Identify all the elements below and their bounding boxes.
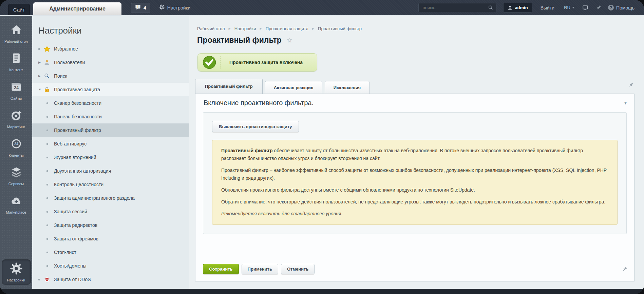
rail-item-settings[interactable]: Настройки	[2, 259, 31, 285]
menu-item-3[interactable]: ▼Проактивная защита	[32, 83, 189, 96]
chevron-down-icon: ▼	[38, 88, 44, 91]
menu-item-label: Защита административного раздела	[54, 195, 135, 201]
menu-item-label: Поиск	[54, 73, 67, 79]
help-button[interactable]: ? Помощь	[608, 5, 634, 11]
sites-icon: 24	[10, 81, 22, 94]
pin-icon[interactable]	[628, 82, 634, 87]
menu-item-4[interactable]: Сканер безопасности	[32, 96, 189, 110]
check-icon	[203, 56, 216, 69]
monitor-icon[interactable]	[582, 5, 588, 11]
menu-item-10[interactable]: Контроль целостности	[32, 178, 189, 191]
chevron-right-icon: ▶	[38, 61, 44, 64]
breadcrumb-item[interactable]: Настройки	[234, 26, 256, 31]
svg-text:24: 24	[14, 142, 18, 146]
pin-icon[interactable]	[596, 5, 601, 11]
info-icon: i	[135, 4, 141, 11]
apply-button[interactable]: Применить	[242, 264, 278, 274]
tab-0[interactable]: Проактивный фильтр	[195, 79, 263, 94]
rail-item-services[interactable]: Сервисы	[2, 163, 31, 189]
gear-icon	[159, 4, 165, 11]
info-paragraph: Обратите внимание, что некоторые действи…	[221, 198, 608, 206]
language-selector[interactable]: RU	[564, 5, 575, 10]
help-label: Помощь	[616, 5, 634, 11]
bullet-icon	[46, 224, 52, 226]
tab-1[interactable]: Активная реакция	[265, 81, 322, 94]
menu-item-1[interactable]: ▶Пользователи	[32, 56, 189, 69]
bullet-icon	[38, 279, 44, 280]
menu-item-14[interactable]: Защита от фреймов	[32, 232, 189, 246]
save-button[interactable]: Сохранить	[203, 264, 239, 274]
menu-item-6[interactable]: Проактивный фильтр	[32, 123, 189, 137]
menu-item-7[interactable]: Веб-антивирус	[32, 137, 189, 151]
tab-2[interactable]: Исключения	[325, 81, 370, 94]
user-icon	[508, 5, 512, 10]
breadcrumb-item[interactable]: Проактивная защита	[266, 26, 308, 31]
content-icon	[10, 52, 22, 66]
rail-item-label: Настройки	[7, 278, 25, 282]
info-paragraph-lead: Проактивный фильтр	[221, 148, 272, 153]
search-input[interactable]	[422, 5, 488, 11]
breadcrumb-item[interactable]: Рабочий стол	[197, 26, 225, 31]
topbar-settings-label: Настройки	[167, 5, 191, 11]
pin-icon[interactable]	[622, 267, 627, 272]
menu-item-label: Защита редиректов	[54, 222, 97, 228]
bullet-icon	[46, 157, 52, 158]
admin-window: Сайт Администрирование i 4 Настройки adm…	[0, 0, 644, 294]
menu-item-12[interactable]: Защита сессий	[32, 205, 189, 218]
menu-item-9[interactable]: Двухэтапная авторизация	[32, 164, 189, 178]
menu-item-16[interactable]: Хосты/домены	[32, 259, 189, 273]
cancel-button[interactable]: Отменить	[281, 264, 315, 274]
info-paragraph: Проактивный фильтр обеспечивает защиту о…	[221, 147, 608, 162]
username: admin	[515, 5, 528, 10]
breadcrumb-item[interactable]: Проактивный фильтр	[318, 26, 362, 31]
marketing-icon	[10, 109, 22, 123]
form-panel: Выключить проактивную защиту Проактивный…	[203, 112, 627, 234]
info-paragraph: Рекомендуется включить для стандартного …	[221, 210, 608, 218]
menu-item-13[interactable]: Защита редиректов	[32, 218, 189, 232]
star-icon	[44, 46, 51, 52]
logout-button[interactable]: Выйти	[541, 5, 554, 11]
breadcrumb: Рабочий стол▶Настройки▶Проактивная защит…	[197, 26, 634, 31]
rail-item-home[interactable]: Рабочий стол	[2, 21, 31, 46]
menu-item-5[interactable]: Панель безопасности	[32, 110, 189, 123]
rail-item-marketing[interactable]: Маркетинг	[2, 106, 31, 132]
user-icon	[44, 59, 51, 65]
menu-item-17[interactable]: Защита от DDoS	[32, 273, 189, 286]
topbar-settings-button[interactable]: Настройки	[159, 4, 191, 11]
menu-item-15[interactable]: Стоп-лист	[32, 246, 189, 259]
tab-administration[interactable]: Администрирование	[33, 2, 121, 15]
rail-item-marketplace[interactable]: Marketplace	[2, 192, 31, 217]
rail-item-clients[interactable]: 24Клиенты	[2, 135, 31, 160]
rail-item-label: Рабочий стол	[4, 39, 28, 44]
disable-protection-button[interactable]: Выключить проактивную защиту	[212, 121, 299, 132]
user-chip[interactable]: admin	[503, 3, 532, 13]
menu-item-label: Контроль целостности	[54, 182, 103, 187]
services-icon	[10, 166, 22, 180]
notifications-badge[interactable]: i 4	[131, 3, 150, 13]
menu-item-8[interactable]: Журнал вторжений	[32, 151, 189, 164]
menu-item-0[interactable]: Избранное	[32, 42, 189, 56]
bullet-icon	[46, 130, 52, 131]
collapse-arrow-icon[interactable]: ▼	[624, 101, 627, 105]
menu-item-label: Стоп-лист	[54, 250, 76, 255]
rail-item-sites[interactable]: 24Сайты	[2, 78, 31, 103]
menu-item-label: Защита от DDoS	[54, 277, 91, 282]
clients-icon: 24	[10, 138, 22, 151]
rail-item-label: Сервисы	[8, 182, 24, 186]
menu-item-2[interactable]: ▶Поиск	[32, 69, 189, 83]
tab-site[interactable]: Сайт	[8, 4, 30, 15]
bullet-icon	[46, 116, 52, 118]
bullet-icon	[46, 184, 52, 185]
menu-item-11[interactable]: Защита административного раздела	[32, 191, 189, 205]
content-area: Рабочий стол▶Настройки▶Проактивная защит…	[189, 16, 644, 289]
notifications-count: 4	[144, 5, 146, 11]
section-title: Включение проактивного фильтра.	[204, 99, 314, 107]
menu-item-label: Веб-антивирус	[54, 141, 87, 146]
search-icon[interactable]	[488, 5, 493, 10]
title-row: Проактивный фильтр ☆	[197, 36, 634, 45]
rail-item-content[interactable]: Контент	[2, 49, 31, 75]
favorite-star-icon[interactable]: ☆	[286, 36, 293, 44]
menu-item-label: Проактивный фильтр	[54, 128, 101, 133]
bullet-icon	[46, 197, 52, 199]
content-panel: Включение проактивного фильтра. ▼ Выключ…	[195, 94, 634, 281]
